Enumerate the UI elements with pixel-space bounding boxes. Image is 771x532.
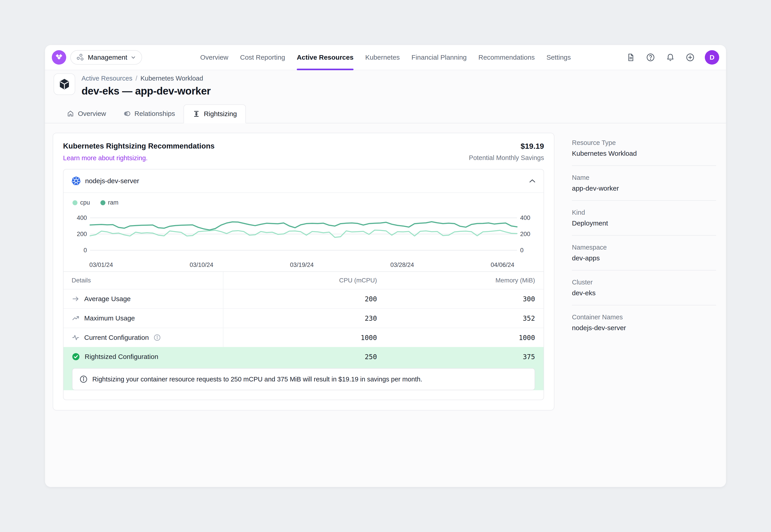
tab-rightsizing[interactable]: Rightsizing: [183, 104, 246, 123]
learn-more-link[interactable]: Learn more about rightsizing.: [63, 154, 148, 162]
help-icon: [646, 53, 655, 62]
table-row-average-usage: Average Usage 200 300: [63, 289, 544, 308]
avg-cpu-value: 200: [223, 289, 377, 308]
savings-amount: $19.19: [469, 142, 544, 151]
container-panel-header[interactable]: nodejs-dev-server: [63, 169, 544, 193]
avatar-initial: D: [710, 54, 715, 61]
nav-financial-planning-label: Financial Planning: [412, 54, 467, 61]
nav-recommendations[interactable]: Recommendations: [479, 45, 535, 70]
x-tick-1: 03/01/24: [89, 261, 113, 268]
page-body: Active Resources / Kubernetes Workload d…: [45, 70, 726, 487]
chart-legend: cpu ram: [63, 199, 544, 206]
field-namespace: Namespace dev-apps: [572, 244, 716, 262]
savings-note-text: Rightsizing your container resource requ…: [92, 376, 422, 383]
ram-legend-dot: [100, 200, 105, 205]
usage-table: Details CPU (mCPU) Memory (MiB) Average …: [63, 271, 544, 390]
max-cpu-value: 230: [223, 309, 377, 328]
divider: [572, 200, 716, 201]
x-tick-5: 04/06/24: [491, 261, 514, 268]
nav-kubernetes-label: Kubernetes: [365, 54, 400, 61]
field-cluster: Cluster dev-eks: [572, 279, 716, 297]
container-panel: nodejs-dev-server cpu: [63, 169, 544, 400]
legend-ram[interactable]: ram: [100, 199, 119, 206]
cpu-legend-label: cpu: [80, 199, 90, 206]
max-memory-value: 352: [377, 309, 544, 328]
cpu-legend-dot: [72, 200, 77, 205]
nav-kubernetes[interactable]: Kubernetes: [365, 45, 400, 70]
nav-recommendations-label: Recommendations: [479, 54, 535, 61]
user-avatar[interactable]: D: [705, 50, 719, 65]
page-header: Active Resources / Kubernetes Workload d…: [54, 73, 210, 97]
cube-icon: [59, 78, 70, 90]
y-axis-right-200: 200: [520, 230, 541, 238]
app-window: Management Overview Cost Reporting Activ…: [45, 45, 726, 487]
y-axis-right-0: 0: [520, 246, 541, 254]
field-label: Kind: [572, 209, 716, 216]
trending-up-icon: [72, 314, 80, 322]
notifications-button[interactable]: [665, 52, 676, 63]
field-value: app-dev-worker: [572, 185, 716, 192]
x-tick-3: 03/19/24: [290, 261, 314, 268]
rightsized-memory-value: 375: [377, 347, 544, 366]
nav-active-resources-label: Active Resources: [297, 54, 353, 61]
relationships-icon: [123, 110, 131, 117]
workspace-label: Management: [88, 54, 127, 61]
rightsizing-card: Kubernetes Rightsizing Recommendations L…: [53, 133, 554, 410]
nav-active-resources[interactable]: Active Resources: [297, 45, 353, 70]
nav-cost-reporting[interactable]: Cost Reporting: [240, 45, 285, 70]
chevron-up-icon: [529, 179, 536, 183]
activity-icon: [72, 334, 80, 342]
collapse-button[interactable]: [529, 179, 536, 183]
nav-financial-planning[interactable]: Financial Planning: [412, 45, 467, 70]
field-kind: Kind Deployment: [572, 209, 716, 227]
breadcrumb: Active Resources / Kubernetes Workload: [81, 75, 210, 82]
y-axis-right-400: 400: [520, 214, 541, 222]
home-icon: [67, 110, 74, 117]
table-row-maximum-usage: Maximum Usage 230 352: [63, 308, 544, 328]
col-details: Details: [63, 272, 223, 289]
rightsizing-icon: [192, 110, 200, 118]
breadcrumb-separator: /: [135, 75, 137, 82]
field-value: dev-eks: [572, 289, 716, 297]
brand-logo-icon: [54, 53, 63, 62]
field-label: Namespace: [572, 244, 716, 251]
tab-overview-label: Overview: [78, 110, 106, 117]
workspace-selector[interactable]: Management: [70, 50, 142, 65]
document-icon: [626, 53, 636, 62]
divider: [572, 305, 716, 305]
add-button[interactable]: [685, 52, 695, 63]
rightsized-cpu-value: 250: [223, 347, 377, 366]
field-container-names: Container Names nodejs-dev-server: [572, 313, 716, 332]
y-axis-left-0: 0: [66, 246, 87, 254]
line-chart: [90, 211, 517, 256]
row-label: Rightsized Configuration: [85, 353, 158, 361]
info-icon[interactable]: [153, 334, 161, 341]
card-title: Kubernetes Rightsizing Recommendations: [63, 142, 214, 150]
legend-cpu[interactable]: cpu: [72, 199, 90, 206]
resource-details-sidebar: Resource Type Kubernetes Workload Name a…: [572, 139, 716, 332]
avg-memory-value: 300: [377, 289, 544, 308]
docs-button[interactable]: [626, 52, 636, 63]
resource-type-badge: [54, 73, 75, 95]
check-circle-icon: [72, 352, 80, 361]
field-label: Name: [572, 174, 716, 181]
brand-logo[interactable]: [52, 50, 66, 65]
primary-nav: Overview Cost Reporting Active Resources…: [200, 45, 571, 70]
table-row-current-configuration: Current Configuration 1000 1000: [63, 328, 544, 347]
nav-settings[interactable]: Settings: [547, 45, 571, 70]
breadcrumb-parent[interactable]: Active Resources: [81, 75, 132, 82]
savings-caption: Potential Monthly Savings: [469, 154, 544, 162]
nav-overview[interactable]: Overview: [200, 45, 228, 70]
nav-settings-label: Settings: [547, 54, 571, 61]
tab-relationships[interactable]: Relationships: [115, 104, 183, 123]
breadcrumb-current: Kubernetes Workload: [140, 75, 203, 82]
help-button[interactable]: [645, 52, 656, 63]
x-tick-2: 03/10/24: [190, 261, 213, 268]
field-resource-type: Resource Type Kubernetes Workload: [572, 139, 716, 157]
page-title: dev-eks — app-dev-worker: [81, 85, 210, 97]
current-memory-value: 1000: [377, 328, 544, 347]
tab-overview[interactable]: Overview: [58, 104, 115, 123]
nav-overview-label: Overview: [200, 54, 228, 61]
savings-note: Rightsizing your container resource requ…: [72, 368, 535, 390]
bell-icon: [666, 53, 675, 62]
